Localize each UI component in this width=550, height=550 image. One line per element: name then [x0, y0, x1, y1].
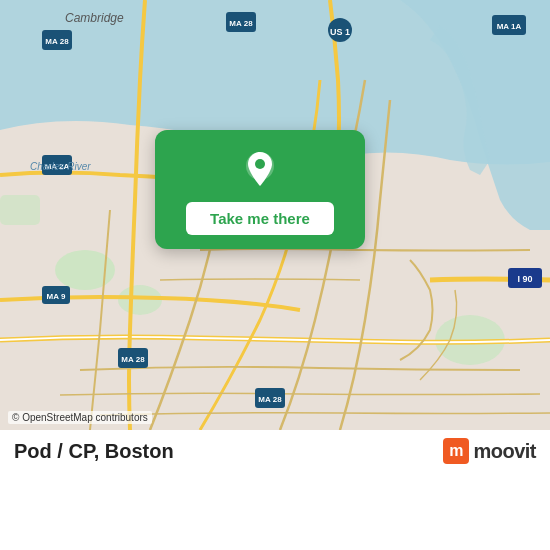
moovit-brand-text: moovit	[473, 440, 536, 463]
location-name: Pod / CP, Boston	[14, 440, 174, 463]
bottom-bar: Pod / CP, Boston m moovit	[0, 430, 550, 550]
svg-text:Charles River: Charles River	[30, 161, 91, 172]
map-container: MA 2A MA 28 MA 28 US 1 MA 1A I 90 MA 28 …	[0, 0, 550, 430]
osm-attribution: © OpenStreetMap contributors	[8, 411, 152, 424]
location-card: Take me there	[155, 130, 365, 249]
svg-text:MA 9: MA 9	[47, 292, 66, 301]
svg-text:MA 1A: MA 1A	[497, 22, 522, 31]
location-pin-icon	[238, 148, 282, 192]
svg-text:MA 28: MA 28	[258, 395, 282, 404]
svg-text:MA 28: MA 28	[229, 19, 253, 28]
svg-text:I 90: I 90	[517, 274, 532, 284]
svg-text:US 1: US 1	[330, 27, 350, 37]
svg-rect-4	[0, 195, 40, 225]
svg-text:MA 28: MA 28	[121, 355, 145, 364]
svg-point-26	[255, 159, 265, 169]
moovit-m-badge: m	[443, 438, 469, 464]
moovit-logo: m moovit	[443, 438, 536, 464]
svg-text:MA 28: MA 28	[45, 37, 69, 46]
location-info-row: Pod / CP, Boston m moovit	[0, 430, 550, 472]
svg-text:Cambridge: Cambridge	[65, 11, 124, 25]
svg-point-2	[118, 285, 162, 315]
take-me-there-button[interactable]: Take me there	[186, 202, 334, 235]
